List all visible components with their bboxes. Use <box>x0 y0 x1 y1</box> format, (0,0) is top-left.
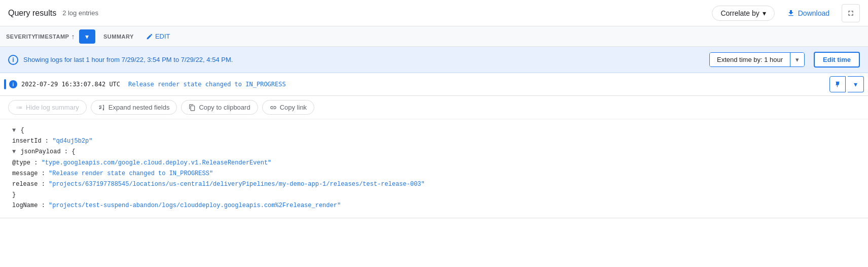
log-line-at-type: @type : "type.googleapis.com/google.clou… <box>12 158 856 169</box>
chevron-down-icon: ▾ <box>795 56 799 63</box>
log-detail-panel: Hide log summary Expand nested fields Co… <box>0 96 868 218</box>
hide-summary-icon <box>16 104 23 111</box>
log-content: ▼ { insertId : "qd4uj5b2p" ▼ jsonPayload… <box>0 119 868 218</box>
row-dropdown-button[interactable]: ▾ <box>848 76 864 92</box>
extend-time-group: Extend time by: 1 hour ▾ <box>709 52 805 67</box>
collapse-toggle[interactable]: ▼ <box>12 127 16 134</box>
chevron-down-icon: ▾ <box>85 32 89 41</box>
hide-summary-label: Hide log summary <box>26 104 79 111</box>
edit-label: EDIT <box>155 32 170 40</box>
expand-nested-button[interactable]: Expand nested fields <box>91 100 177 115</box>
pin-button[interactable] <box>829 76 846 92</box>
page-title: Query results <box>8 9 56 18</box>
expand-nested-icon <box>98 104 105 111</box>
copy-clipboard-button[interactable]: Copy to clipboard <box>181 100 258 115</box>
header-bar: Query results 2 log entries Correlate by… <box>0 0 868 26</box>
copy-clipboard-label: Copy to clipboard <box>199 104 250 111</box>
extend-time-dropdown-button[interactable]: ▾ <box>790 53 804 66</box>
copy-icon <box>189 104 196 111</box>
edit-columns-button[interactable]: EDIT <box>142 30 174 42</box>
info-icon: i <box>8 55 18 65</box>
copy-link-button[interactable]: Copy link <box>262 100 314 115</box>
fullscreen-button[interactable] <box>842 4 860 22</box>
log-summary-text: Release render state changed to IN_PROGR… <box>128 81 829 88</box>
copy-link-label: Copy link <box>280 104 307 111</box>
pin-icon <box>834 81 841 88</box>
expand-nested-label: Expand nested fields <box>108 104 170 111</box>
hide-summary-button[interactable]: Hide log summary <box>8 100 87 115</box>
expand-icon <box>847 9 855 17</box>
log-line-insert-id: insertId : "qd4uj5b2p" <box>12 136 856 147</box>
chevron-down-icon: ▾ <box>854 80 857 88</box>
download-button[interactable]: Download <box>783 6 834 20</box>
sort-asc-icon: ↑ <box>71 32 75 41</box>
log-level-badge: i <box>9 80 17 88</box>
log-line-message: message : "Release render state changed … <box>12 169 856 179</box>
log-detail-toolbar: Hide log summary Expand nested fields Co… <box>0 96 868 119</box>
extend-time-button[interactable]: Extend time by: 1 hour <box>710 53 790 66</box>
info-banner: i Showing logs for last 1 hour from 7/29… <box>0 47 868 73</box>
row-actions: ▾ <box>829 76 864 92</box>
log-line-release: release : "projects/637197788545/locatio… <box>12 179 856 190</box>
correlate-button[interactable]: Correlate by ▾ <box>712 6 774 21</box>
col-severity-header: SEVERITY <box>4 34 34 40</box>
download-label: Download <box>798 9 829 17</box>
log-line-json-payload-close: } <box>12 190 856 201</box>
log-line-json-payload-open: ▼ jsonPayload : { <box>12 147 856 157</box>
column-headers: SEVERITY TIMESTAMP ↑ ▾ SUMMARY EDIT <box>0 26 868 47</box>
log-line-log-name: logName : "projects/test-suspend-abandon… <box>12 201 856 211</box>
json-payload-toggle[interactable]: ▼ <box>12 148 16 155</box>
log-line-brace-open: ▼ { <box>12 125 856 136</box>
col-summary-header: SUMMARY <box>103 34 134 40</box>
info-text: Showing logs for last 1 hour from 7/29/2… <box>23 56 704 63</box>
correlate-label: Correlate by <box>720 9 759 17</box>
log-timestamp: 2022-07-29 16:33:07.842 UTC <box>21 81 120 88</box>
col-timestamp-header: TIMESTAMP ↑ <box>34 32 75 41</box>
timestamp-dropdown-button[interactable]: ▾ <box>79 29 95 44</box>
log-count: 2 log entries <box>62 9 712 17</box>
chevron-down-icon: ▾ <box>763 9 766 17</box>
link-icon <box>270 104 277 111</box>
log-entry-row[interactable]: i 2022-07-29 16:33:07.842 UTC Release re… <box>0 73 868 96</box>
severity-indicator <box>4 79 6 89</box>
download-icon <box>787 9 795 17</box>
edit-icon <box>146 33 153 40</box>
edit-time-button[interactable]: Edit time <box>814 52 860 68</box>
